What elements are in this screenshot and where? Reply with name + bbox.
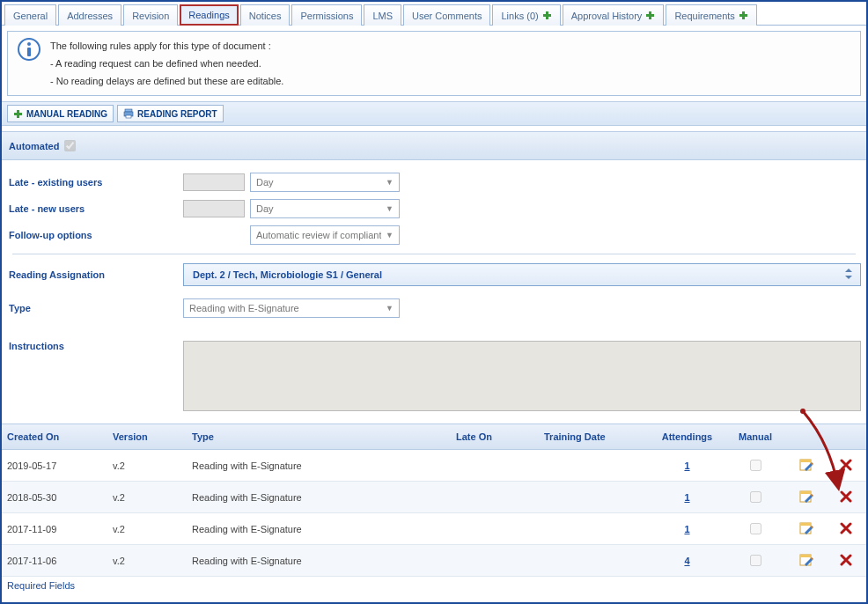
cell-version: v.2 xyxy=(113,556,192,566)
select-value: Reading with E-Signature xyxy=(189,303,299,313)
cell-version: v.2 xyxy=(113,460,192,471)
edit-icon[interactable] xyxy=(786,553,826,569)
button-label: READING REPORT xyxy=(137,109,217,119)
tab-permissions[interactable]: Permissions xyxy=(291,4,362,26)
svg-rect-13 xyxy=(126,115,131,118)
toolbar: MANUAL READING READING REPORT xyxy=(2,101,866,126)
late-existing-value[interactable] xyxy=(183,173,245,191)
assignation-select[interactable]: Dept. 2 / Tech, Microbiologie S1 / Gener… xyxy=(183,263,861,286)
instructions-label: Instructions xyxy=(7,341,183,351)
svg-rect-8 xyxy=(27,48,31,56)
col-type: Type xyxy=(192,431,456,442)
info-line-1: The following rules apply for this type … xyxy=(50,37,851,55)
svg-rect-17 xyxy=(800,491,811,494)
cell-created: 2019-05-17 xyxy=(7,460,113,471)
attendings-link[interactable]: 1 xyxy=(684,492,689,503)
svg-rect-10 xyxy=(14,113,22,115)
delete-icon[interactable] xyxy=(826,459,865,473)
sort-icon xyxy=(844,269,853,281)
instructions-textarea[interactable] xyxy=(183,341,861,411)
svg-point-7 xyxy=(27,42,31,46)
automated-checkbox[interactable] xyxy=(64,140,76,151)
info-box: The following rules apply for this type … xyxy=(7,31,861,96)
assignation-label: Reading Assignation xyxy=(7,269,183,280)
tab-label: User Comments xyxy=(412,11,482,21)
table-row: 2019-05-17v.2Reading with E-Signature1 xyxy=(2,450,866,482)
print-icon xyxy=(123,108,134,119)
type-select[interactable]: Reading with E-Signature ▼ xyxy=(183,298,400,318)
reading-report-button[interactable]: READING REPORT xyxy=(117,105,224,122)
tab-label: Revision xyxy=(132,11,169,21)
cell-created: 2018-05-30 xyxy=(7,492,113,503)
attendings-link[interactable]: 4 xyxy=(684,556,689,566)
late-new-value[interactable] xyxy=(183,200,245,217)
tab-label: General xyxy=(13,11,48,21)
svg-rect-3 xyxy=(646,14,654,17)
col-version: Version xyxy=(113,431,192,442)
tab-general[interactable]: General xyxy=(4,4,56,26)
delete-icon[interactable] xyxy=(826,490,865,505)
table-header: Created On Version Type Late On Training… xyxy=(2,424,866,450)
edit-icon[interactable] xyxy=(786,521,826,537)
svg-rect-21 xyxy=(800,555,811,557)
select-value: Dept. 2 / Tech, Microbiologie S1 / Gener… xyxy=(193,269,382,280)
col-created: Created On xyxy=(7,431,113,442)
chevron-down-icon: ▼ xyxy=(386,204,394,213)
select-value: Day xyxy=(256,177,274,188)
manual-checkbox[interactable] xyxy=(750,523,761,534)
tab-approval-history[interactable]: Approval History xyxy=(563,4,665,26)
cell-version: v.2 xyxy=(113,524,192,534)
tab-label: Requirements xyxy=(674,11,734,21)
manual-reading-button[interactable]: MANUAL READING xyxy=(7,105,114,122)
tab-links[interactable]: Links (0) xyxy=(492,4,560,26)
form-area: Late - existing users Day ▼ Late - new u… xyxy=(2,160,866,424)
attendings-link[interactable]: 1 xyxy=(684,524,689,534)
tab-notices[interactable]: Notices xyxy=(240,4,291,26)
late-new-label: Late - new users xyxy=(7,203,183,214)
late-new-unit-select[interactable]: Day ▼ xyxy=(250,199,400,218)
button-label: MANUAL READING xyxy=(26,109,107,119)
select-value: Day xyxy=(256,203,274,214)
table-row: 2017-11-09v.2Reading with E-Signature1 xyxy=(2,513,866,545)
manual-checkbox[interactable] xyxy=(750,555,761,566)
edit-icon[interactable] xyxy=(786,490,826,505)
svg-rect-5 xyxy=(739,14,747,17)
automated-label: Automated xyxy=(9,141,59,151)
attendings-link[interactable]: 1 xyxy=(684,460,689,471)
tab-label: Addresses xyxy=(67,11,113,21)
col-attendings: Attendings xyxy=(650,431,725,442)
cell-type: Reading with E-Signature xyxy=(192,460,456,471)
tab-label: LMS xyxy=(372,11,393,21)
table-body: 2019-05-17v.2Reading with E-Signature120… xyxy=(2,450,866,577)
followup-select[interactable]: Automatic review if compliant ▼ xyxy=(250,225,400,245)
tab-user-comments[interactable]: User Comments xyxy=(403,4,490,26)
cell-type: Reading with E-Signature xyxy=(192,556,456,566)
late-existing-unit-select[interactable]: Day ▼ xyxy=(250,173,400,192)
select-value: Automatic review if compliant xyxy=(256,230,381,240)
tab-bar: General Addresses Revision Readings Noti… xyxy=(2,2,866,26)
manual-checkbox[interactable] xyxy=(750,491,761,503)
plus-icon xyxy=(542,11,552,20)
tab-readings[interactable]: Readings xyxy=(180,4,238,26)
delete-icon[interactable] xyxy=(826,554,865,568)
cell-created: 2017-11-06 xyxy=(7,556,113,566)
tab-requirements[interactable]: Requirements xyxy=(666,4,756,26)
late-existing-label: Late - existing users xyxy=(7,177,183,188)
divider xyxy=(12,254,856,254)
svg-rect-15 xyxy=(800,460,811,462)
tab-revision[interactable]: Revision xyxy=(123,4,178,26)
edit-icon[interactable] xyxy=(786,458,826,474)
table-row: 2018-05-30v.2Reading with E-Signature1 xyxy=(2,482,866,513)
plus-icon xyxy=(645,11,655,20)
info-line-3: - No reading delays are defined but thes… xyxy=(50,72,851,90)
manual-checkbox[interactable] xyxy=(750,460,761,471)
chevron-down-icon: ▼ xyxy=(386,178,394,187)
cell-created: 2017-11-09 xyxy=(7,524,113,534)
required-fields-label: Required Fields xyxy=(2,577,866,591)
col-manual: Manual xyxy=(725,431,786,442)
tab-addresses[interactable]: Addresses xyxy=(58,4,121,26)
svg-rect-11 xyxy=(125,109,132,112)
info-icon xyxy=(17,37,41,62)
delete-icon[interactable] xyxy=(826,522,865,536)
tab-lms[interactable]: LMS xyxy=(364,4,401,26)
